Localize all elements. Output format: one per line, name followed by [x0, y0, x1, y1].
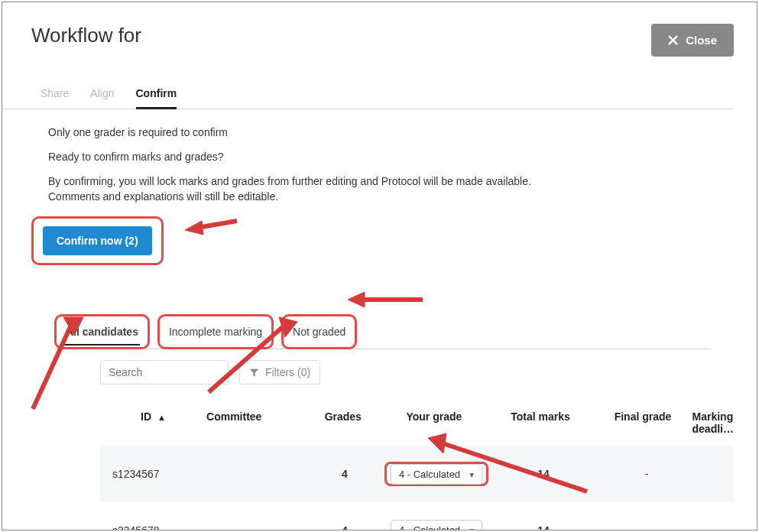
filter-tab-notgraded-annotation: Not graded: [281, 314, 357, 349]
confirm-msg-4: Comments and explanations will still be …: [48, 190, 734, 203]
tab-share[interactable]: Share: [41, 87, 69, 109]
cell-id: s2345678: [100, 524, 207, 530]
your-grade-select[interactable]: 4 - Calculated ▼: [391, 520, 482, 530]
sort-asc-icon: ▲: [157, 413, 166, 422]
your-grade-value: 4 - Calculated: [399, 524, 460, 530]
candidates-table: ID ▲ Committee Grades Your grade Total m…: [100, 410, 734, 530]
page-title-prefix: Workflow for: [31, 24, 141, 47]
col-id[interactable]: ID ▲: [100, 410, 206, 435]
col-total-marks[interactable]: Total marks: [487, 410, 593, 435]
your-grade-select[interactable]: 4 - Calculated ▼: [391, 464, 482, 485]
close-icon: [668, 35, 678, 45]
cell-grades: 4: [307, 524, 383, 530]
filters-label: Filters (0): [265, 366, 310, 378]
table-row: s1234567 4 4 - Calculated ▼ 14 -: [100, 446, 734, 502]
your-grade-value: 4 - Calculated: [399, 469, 460, 480]
filter-tab-all-annotation: All candidates: [54, 314, 150, 349]
search-input-wrap[interactable]: [100, 360, 229, 384]
close-button-label: Close: [686, 34, 717, 47]
search-input[interactable]: [109, 366, 242, 378]
table-row: s2345678 4 4 - Calculated ▼ 14 -: [100, 502, 734, 530]
col-marking-deadline[interactable]: Marking deadli…: [693, 410, 734, 435]
app-frame: Workflow for Close Share Align Confirm O…: [2, 2, 757, 530]
close-button[interactable]: Close: [651, 24, 734, 57]
filter-icon: [249, 368, 259, 378]
col-grades[interactable]: Grades: [305, 410, 381, 435]
filter-tab-all[interactable]: All candidates: [64, 321, 140, 345]
cell-grades: 4: [307, 468, 383, 480]
chevron-down-icon: ▼: [468, 527, 475, 530]
cell-id: s1234567: [100, 468, 207, 480]
cell-total-marks: 14: [490, 524, 597, 530]
header-row: Workflow for Close: [2, 2, 757, 57]
confirm-body: Only one grader is required to confirm R…: [2, 109, 757, 530]
tab-align[interactable]: Align: [90, 87, 114, 109]
confirm-now-button[interactable]: Confirm now (2): [43, 226, 152, 255]
grade-select-annotation: 4 - Calculated ▼: [384, 462, 488, 487]
cell-final-grade: -: [597, 524, 696, 530]
cell-your-grade: 4 - Calculated ▼: [383, 520, 490, 530]
filters-button[interactable]: Filters (0): [239, 360, 320, 384]
table-header: ID ▲ Committee Grades Your grade Total m…: [100, 410, 734, 446]
confirm-msg-2: Ready to confirm marks and grades?: [48, 151, 734, 163]
candidate-filter-tabs: All candidates Incomplete marking Not gr…: [54, 314, 711, 349]
col-id-label: ID: [141, 410, 151, 423]
filter-tab-incomplete-annotation: Incomplete marking: [157, 314, 274, 349]
page-title: Workflow for: [31, 24, 141, 47]
cell-total-marks: 14: [490, 468, 597, 480]
search-filter-row: Filters (0): [100, 360, 734, 384]
workflow-tabs: Share Align Confirm: [2, 57, 734, 109]
confirm-msg-1: Only one grader is required to confirm: [48, 126, 734, 138]
cell-your-grade: 4 - Calculated ▼: [383, 462, 490, 487]
col-committee[interactable]: Committee: [206, 410, 305, 435]
col-your-grade[interactable]: Your grade: [381, 410, 487, 435]
cell-final-grade: -: [597, 468, 696, 480]
confirm-button-annotation: Confirm now (2): [31, 216, 164, 265]
col-final-grade[interactable]: Final grade: [593, 410, 692, 435]
tab-confirm[interactable]: Confirm: [136, 87, 177, 109]
confirm-msg-3: By confirming, you will lock marks and g…: [48, 175, 734, 187]
chevron-down-icon: ▼: [468, 471, 475, 480]
filter-tab-notgraded[interactable]: Not graded: [291, 321, 347, 344]
filter-tab-incomplete[interactable]: Incomplete marking: [167, 321, 264, 344]
